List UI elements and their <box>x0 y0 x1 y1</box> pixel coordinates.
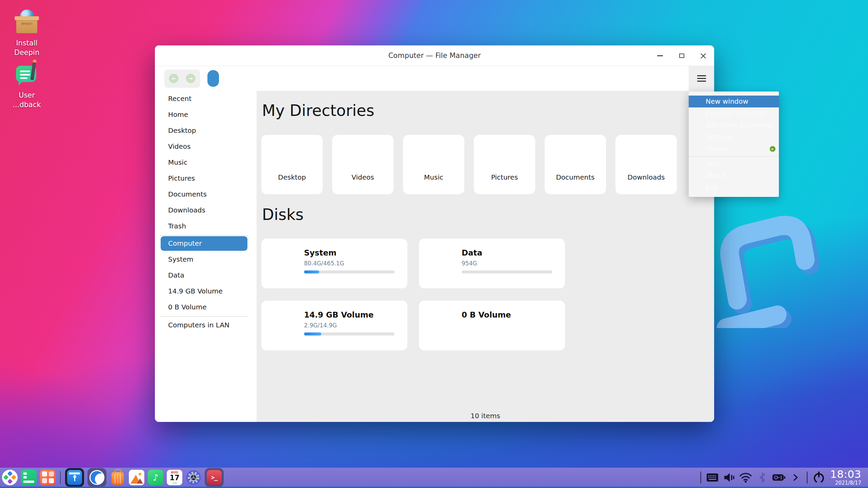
desktop-icon-install-deepin[interactable]: deepin Install Deepin <box>5 9 49 57</box>
browser-dock-icon[interactable] <box>87 468 106 487</box>
sidebar-item-desktop[interactable]: Desktop <box>155 123 257 139</box>
status-bar-items-count: 10 items <box>257 412 714 420</box>
taskbar: ♪ AUG 17 TUE <box>0 468 868 488</box>
menu-item-set-share-password[interactable]: Set share password <box>689 119 779 131</box>
menu-item-new-window[interactable]: New window <box>689 96 779 107</box>
nav-button-group: ← → <box>164 69 200 87</box>
sidebar-item-system[interactable]: System <box>155 251 257 267</box>
menu-separator <box>689 156 779 157</box>
disk-grid: System 80.4G/465.1G Data 954G 14.9 GB Vo… <box>261 239 565 350</box>
file-manager-dock-icon[interactable] <box>65 468 84 487</box>
toolbar: ← → <box>155 66 714 91</box>
launcher-icon[interactable] <box>2 470 18 485</box>
maximize-button[interactable] <box>671 45 692 66</box>
terminal-dock-icon[interactable]: >_ <box>205 468 224 487</box>
titlebar[interactable]: Computer — File Manager <box>155 45 714 66</box>
section-heading-disks: Disks <box>262 205 304 224</box>
box-brand-text: deepin <box>14 22 40 25</box>
sidebar-item-recent[interactable]: Recent <box>155 91 257 107</box>
dock-apps: ♪ AUG 17 TUE <box>2 468 224 487</box>
menu-item-help[interactable]: Help <box>689 158 779 170</box>
calendar-icon[interactable]: AUG 17 TUE <box>167 470 182 485</box>
control-center-icon[interactable] <box>186 470 201 485</box>
disk-card-data[interactable]: Data 954G <box>419 239 565 288</box>
desktop-screen: deepin Install Deepin User ...dback Comp… <box>0 0 868 488</box>
option-menu-button[interactable] <box>689 66 714 91</box>
close-button[interactable] <box>692 45 714 66</box>
bluetooth-icon[interactable] <box>755 471 769 484</box>
menu-item-connect-to-server[interactable]: Connect to Server <box>689 107 779 119</box>
disk-usage: 954G <box>462 260 477 267</box>
sidebar-item-volume-0b[interactable]: 0 B Volume <box>155 299 257 315</box>
wifi-icon[interactable] <box>739 471 752 484</box>
menu-item-exit[interactable]: Exit <box>689 182 779 194</box>
window-title: Computer — File Manager <box>155 45 714 66</box>
sidebar-item-volume-149gb[interactable]: 14.9 GB Volume <box>155 283 257 299</box>
minimize-button[interactable] <box>649 45 671 66</box>
clock-time: 18:03 <box>830 469 861 480</box>
sidebar-item-trash[interactable]: Trash <box>155 218 257 234</box>
menu-item-settings[interactable]: Settings <box>689 131 779 143</box>
section-heading-my-directories: My Directories <box>262 101 374 120</box>
sidebar-item-pictures[interactable]: Pictures <box>155 170 257 186</box>
sidebar-separator <box>160 235 248 236</box>
desktop-icon-label: User ...dback <box>5 91 49 109</box>
app-store-icon[interactable] <box>110 470 125 485</box>
directory-tiles: Desktop Videos Music Pictures Documents … <box>261 135 677 194</box>
sidebar-item-downloads[interactable]: Downloads <box>155 202 257 218</box>
sidebar-item-computers-in-lan[interactable]: Computers in LAN <box>155 317 257 333</box>
sidebar-item-documents[interactable]: Documents <box>155 186 257 202</box>
forward-icon: → <box>188 76 193 82</box>
folder-tile-music[interactable]: Music <box>403 135 464 194</box>
disk-progress <box>462 270 552 273</box>
sidebar-item-home[interactable]: Home <box>155 107 257 123</box>
desktop-icon-label: Install Deepin <box>5 39 49 57</box>
disk-card-system[interactable]: System 80.4G/465.1G <box>261 239 407 288</box>
disk-usage: 2.9G/14.9G <box>304 322 337 329</box>
disk-progress <box>304 332 395 336</box>
sidebar-item-computer[interactable]: Computer <box>161 236 247 251</box>
clock[interactable]: 18:03 2021/8/17 <box>830 469 861 486</box>
folder-tile-videos[interactable]: Videos <box>332 135 393 194</box>
gallery-icon[interactable] <box>129 470 144 485</box>
submenu-arrow-icon: ▸ <box>770 146 775 152</box>
battery-icon[interactable] <box>772 471 786 484</box>
volume-icon[interactable] <box>722 471 736 484</box>
disk-card-volume-149gb[interactable]: 14.9 GB Volume 2.9G/14.9G <box>261 301 407 350</box>
address-crumb-indicator[interactable] <box>207 70 219 87</box>
disk-usage: 80.4G/465.1G <box>304 260 344 267</box>
folder-tile-documents[interactable]: Documents <box>545 135 606 194</box>
music-note-glyph: ♪ <box>153 472 159 483</box>
hamburger-icon <box>697 75 706 82</box>
sidebar-item-videos[interactable]: Videos <box>155 139 257 155</box>
tray-separator <box>700 471 701 484</box>
sidebar-item-data[interactable]: Data <box>155 267 257 283</box>
clock-date: 2021/8/17 <box>830 481 861 486</box>
install-deepin-icon: deepin <box>14 9 40 35</box>
music-icon[interactable]: ♪ <box>148 470 163 485</box>
power-icon[interactable] <box>812 471 826 484</box>
folder-tile-downloads[interactable]: Downloads <box>615 135 677 194</box>
multitasking-view-icon[interactable] <box>21 470 37 485</box>
folder-tile-pictures[interactable]: Pictures <box>474 135 535 194</box>
menu-item-about[interactable]: About <box>689 170 779 182</box>
close-icon <box>700 53 706 59</box>
back-button[interactable]: ← <box>169 74 178 83</box>
dock-separator <box>60 471 61 484</box>
app-grid-icon[interactable] <box>40 470 56 485</box>
terminal-prompt-glyph: >_ <box>211 474 217 481</box>
menu-item-theme[interactable]: Theme ▸ <box>689 143 779 155</box>
forward-button[interactable]: → <box>186 74 195 83</box>
back-icon: ← <box>171 76 176 82</box>
tray-expand-chevron-icon[interactable] <box>789 471 802 484</box>
keyboard-layout-icon[interactable] <box>706 471 719 484</box>
disk-progress <box>304 270 395 273</box>
tray-separator <box>807 471 808 484</box>
sidebar-item-music[interactable]: Music <box>155 155 257 170</box>
sidebar-separator <box>160 316 248 317</box>
folder-tile-desktop[interactable]: Desktop <box>261 135 323 194</box>
deepin-logo-watermark <box>703 186 866 328</box>
disk-card-volume-0b[interactable]: 0 B Volume <box>419 301 565 350</box>
desktop-icon-user-feedback[interactable]: User ...dback <box>5 62 49 109</box>
file-manager-window: Computer — File Manager ← → <box>155 45 714 422</box>
